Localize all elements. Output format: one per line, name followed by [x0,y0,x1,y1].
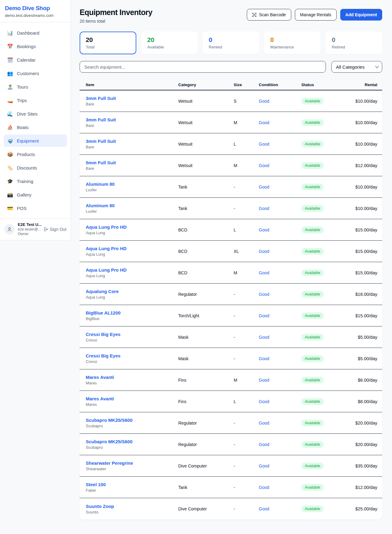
stat-card[interactable]: 0 Retired [326,32,382,54]
sign-out-button[interactable]: Sign Out [43,227,66,232]
item-name-link[interactable]: Aqua Lung Pro HD [86,246,176,251]
sidebar-item-customers[interactable]: 👥 Customers [4,67,67,79]
item-name-link[interactable]: Cressi Big Eyes [86,353,176,358]
item-category: Tank [178,485,234,490]
sidebar-item-boats[interactable]: ⛵ Boats [4,121,67,133]
sidebar-item-gallery[interactable]: 📸 Gallery [4,189,67,201]
condition-link[interactable]: Good [259,185,269,189]
condition-link[interactable]: Good [259,142,269,147]
stat-value: 20 [86,36,130,44]
table-row: 3mm Full Suit Bare Wetsuit S Good Availa… [80,90,382,112]
condition-link[interactable]: Good [259,421,269,425]
category-select[interactable]: All Categories [331,61,382,73]
condition-link[interactable]: Good [259,120,269,125]
item-name-link[interactable]: Steel 100 [86,482,176,487]
condition-link[interactable]: Good [259,378,269,383]
stat-card[interactable]: 20 Total [80,32,136,54]
condition-link[interactable]: Good [259,313,269,318]
item-brand: Scubapro [86,424,176,428]
item-name-link[interactable]: Aluminum 80 [86,181,176,187]
tours-icon: 🏝️ [7,84,13,90]
table-row: 3mm Full Suit Bare Wetsuit L Good Availa… [80,133,382,155]
item-brand: Aqua Lung [86,273,176,278]
item-name-link[interactable]: Scubapro MK25/S600 [86,439,176,444]
item-name-link[interactable]: Aqua Lung Pro HD [86,267,176,273]
manage-rentals-button[interactable]: Manage Rentals [295,9,337,21]
sidebar-item-training[interactable]: 🎓 Training [4,175,67,187]
condition-link[interactable]: Good [259,249,269,254]
status-badge: Available [301,205,324,212]
condition-link[interactable]: Good [259,227,269,232]
item-brand: Mares [86,381,176,385]
item-name-link[interactable]: Shearwater Peregrine [86,460,176,466]
item-name-link[interactable]: 3mm Full Suit [86,139,176,144]
stat-label: Retired [332,45,376,49]
item-brand: Bare [86,145,176,149]
stats-row: 20 Total 20 Available 0 Rented 0 Mainten… [80,32,382,54]
sidebar-item-tours[interactable]: 🏝️ Tours [4,81,67,93]
rental-price: $5.00/day [337,356,382,361]
sidebar-item-label: Boats [17,125,28,130]
condition-link[interactable]: Good [259,270,269,275]
sidebar-item-label: Dashboard [17,30,39,36]
main-content: Equipment Inventory 20 items total Scan … [71,0,392,520]
scan-barcode-label: Scan Barcode [259,12,286,17]
item-size: - [234,421,259,425]
item-name-link[interactable]: Mares Avanti [86,375,176,380]
item-brand: Bare [86,166,176,171]
category-select-wrap: All Categories [331,61,382,73]
item-brand: Bare [86,123,176,128]
sidebar-item-equipment[interactable]: 🤿 Equipment [4,135,67,147]
status-badge: Available [301,441,324,448]
condition-link[interactable]: Good [259,506,269,511]
item-name-link[interactable]: 3mm Full Suit [86,96,176,101]
condition-link[interactable]: Good [259,356,269,361]
stat-card[interactable]: 20 Available [141,32,198,54]
item-name-link[interactable]: BigBlue AL1200 [86,310,176,315]
item-name-link[interactable]: Aqua Lung Pro HD [86,224,176,230]
sidebar-item-dashboard[interactable]: 📊 Dashboard [4,27,67,39]
item-name-link[interactable]: Aqualung Core [86,289,176,294]
condition-link[interactable]: Good [259,292,269,297]
table-row: Cressi Big Eyes Cressi Mask - Good Avail… [80,348,382,369]
item-name-link[interactable]: Suunto Zoop [86,504,176,509]
item-category: Fins [178,399,234,404]
discounts-icon: 🏷️ [7,165,13,171]
condition-link[interactable]: Good [259,163,269,168]
condition-link[interactable]: Good [259,399,269,404]
condition-link[interactable]: Good [259,206,269,211]
condition-link[interactable]: Good [259,442,269,447]
item-name-link[interactable]: Aluminum 80 [86,203,176,208]
stat-label: Available [147,45,192,49]
brand-title[interactable]: Demo Dive Shop [5,5,66,12]
item-name-link[interactable]: 3mm Full Suit [86,117,176,122]
sidebar-item-trips[interactable]: 🚤 Trips [4,94,67,106]
stat-card[interactable]: 0 Rented [203,32,259,54]
item-brand: Scubapro [86,445,176,450]
sidebar-item-products[interactable]: 📦 Products [4,148,67,160]
condition-link[interactable]: Good [259,485,269,490]
rental-price: $10.00/day [337,185,382,189]
stat-card[interactable]: 0 Maintenance [264,32,321,54]
add-equipment-button[interactable]: Add Equipment [340,9,382,21]
sidebar-item-pos[interactable]: 💳 POS [4,202,67,214]
sidebar-item-bookings[interactable]: 📅 Bookings [4,40,67,52]
item-name-link[interactable]: Cressi Big Eyes [86,332,176,337]
sidebar-item-dive-sites[interactable]: 🌊 Dive Sites [4,108,67,120]
item-name-link[interactable]: 5mm Full Suit [86,160,176,165]
sidebar-item-calendar[interactable]: 🗓️ Calendar [4,54,67,66]
search-input[interactable] [80,61,326,73]
sidebar-item-discounts[interactable]: 🏷️ Discounts [4,162,67,174]
filter-bar: All Categories [80,61,382,73]
status-badge: Available [301,420,324,426]
scan-barcode-button[interactable]: Scan Barcode [247,9,291,21]
item-name-link[interactable]: Scubapro MK25/S600 [86,418,176,423]
sidebar-user-footer: E2E Test U... e2e-tester@... Owner Sign … [0,218,71,240]
sidebar: Demo Dive Shop demo.test.divestreams.com… [0,0,71,240]
condition-link[interactable]: Good [259,99,269,104]
item-name-link[interactable]: Mares Avanti [86,396,176,401]
condition-link[interactable]: Good [259,335,269,340]
item-category: Mask [178,335,234,340]
condition-link[interactable]: Good [259,463,269,468]
item-size: - [234,335,259,340]
